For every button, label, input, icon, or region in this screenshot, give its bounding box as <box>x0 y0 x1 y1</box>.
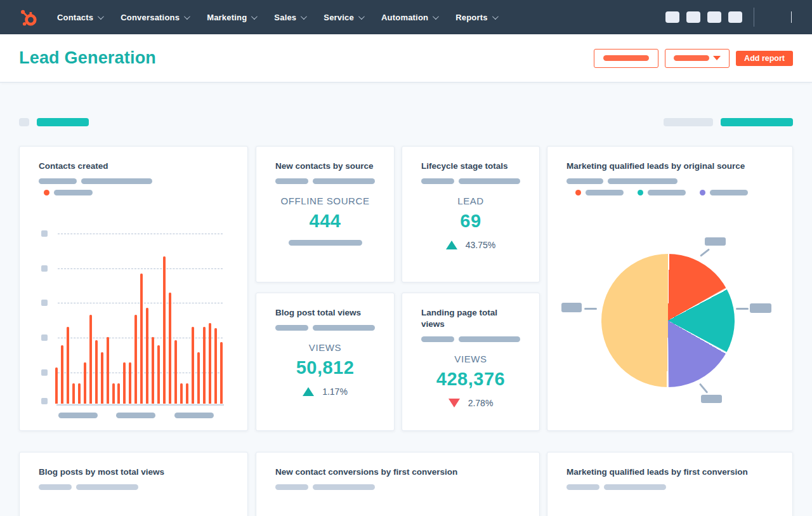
dashboard-filter-right <box>664 118 793 126</box>
bar <box>140 274 143 404</box>
chevron-down-icon <box>433 13 439 20</box>
button-label-placeholder <box>674 55 709 61</box>
placeholder-pill <box>459 178 520 184</box>
nav-utility-icon-placeholder[interactable] <box>728 11 742 23</box>
bar <box>123 362 126 404</box>
bar <box>203 327 206 404</box>
card-blog-posts-by-most-total-views: Blog posts by most total views <box>19 452 248 516</box>
metric-value: 428,376 <box>421 369 520 390</box>
nav-item-label: Service <box>324 13 354 22</box>
bar <box>134 315 137 404</box>
legend-dot-icon <box>700 190 705 195</box>
placeholder-pill <box>81 178 152 184</box>
bar <box>117 383 120 404</box>
metric-label: LEAD <box>421 195 520 206</box>
hubspot-logo-icon[interactable] <box>16 5 41 29</box>
header-action-button-1[interactable] <box>594 49 658 68</box>
chart-legend <box>44 190 228 195</box>
legend-item <box>575 190 624 195</box>
bar <box>214 328 217 404</box>
card-lifecycle-stage-totals: Lifecycle stage totals LEAD 69 43.75% <box>402 146 540 282</box>
bar <box>163 256 166 404</box>
metric-label: VIEWS <box>421 354 520 364</box>
metric-footer-placeholder <box>289 240 362 246</box>
nav-utility-icon-placeholder[interactable] <box>665 11 679 23</box>
nav-item-service[interactable]: Service <box>324 13 363 22</box>
placeholder-pill <box>313 325 375 331</box>
nav-utilities <box>658 8 796 27</box>
metric-delta: 1.17% <box>275 387 375 397</box>
nav-utility-icon-placeholder[interactable] <box>686 11 700 23</box>
nav-utility-icon-placeholder[interactable] <box>707 11 721 23</box>
chart-legend <box>575 190 773 195</box>
pie-callout-label-placeholder <box>561 303 582 312</box>
placeholder-pill <box>275 178 308 184</box>
nav-item-marketing[interactable]: Marketing <box>207 13 256 22</box>
bar <box>72 383 75 404</box>
chevron-down-icon <box>184 13 190 20</box>
filter-placeholder-teal[interactable] <box>37 118 89 126</box>
account-menu-chevron[interactable] <box>791 11 792 23</box>
placeholder-pill <box>421 336 454 342</box>
y-axis-tick-placeholder <box>41 265 48 272</box>
card-subtitle-placeholders <box>566 178 773 184</box>
placeholder-pill <box>421 178 454 184</box>
y-axis-tick-placeholder <box>41 230 48 237</box>
bar <box>192 327 194 404</box>
card-contacts-created: Contacts created <box>19 146 248 431</box>
placeholder-pill <box>275 325 308 331</box>
bar <box>107 337 109 404</box>
button-label-placeholder <box>603 55 649 61</box>
nav-item-reports[interactable]: Reports <box>455 13 497 22</box>
bar <box>101 352 103 404</box>
pie-callout-line <box>700 248 710 256</box>
nav-item-automation[interactable]: Automation <box>381 13 437 22</box>
placeholder-pill <box>566 484 599 490</box>
filter-placeholder-gray[interactable] <box>664 118 713 126</box>
delta-down-icon <box>449 399 460 407</box>
delta-value: 1.17% <box>322 387 348 397</box>
bar <box>180 383 183 404</box>
bar <box>112 383 115 404</box>
bar <box>169 293 171 404</box>
card-subtitle-placeholders <box>421 336 520 342</box>
nav-item-sales[interactable]: Sales <box>274 13 305 22</box>
card-title: Marketing qualified leads by original so… <box>566 161 773 172</box>
card-subtitle-placeholders <box>421 178 520 184</box>
nav-item-contacts[interactable]: Contacts <box>57 13 102 22</box>
card-subtitle-placeholders <box>275 178 375 184</box>
header-actions: Add report <box>594 49 793 68</box>
nav-item-label: Conversations <box>121 13 180 22</box>
chevron-down-icon <box>98 13 104 20</box>
nav-item-label: Sales <box>274 13 296 22</box>
x-axis-label-placeholder <box>58 413 98 418</box>
nav-item-conversations[interactable]: Conversations <box>121 13 188 22</box>
placeholder-pill <box>313 178 375 184</box>
bar <box>146 308 148 404</box>
legend-label-placeholder <box>586 190 624 195</box>
filter-placeholder-gray[interactable] <box>19 118 29 126</box>
dropdown-triangle-icon <box>713 56 721 60</box>
top-navigation-bar: Contacts Conversations Marketing Sales S… <box>0 0 812 34</box>
add-report-button[interactable]: Add report <box>736 51 793 66</box>
card-title: Marketing qualified leads by first conve… <box>566 466 773 478</box>
bar <box>129 362 131 404</box>
bar <box>95 340 98 404</box>
placeholder-pill <box>604 484 666 490</box>
bar <box>55 367 58 404</box>
nav-item-label: Reports <box>455 13 488 22</box>
delta-up-icon <box>446 241 457 249</box>
filter-placeholder-teal[interactable] <box>721 118 793 126</box>
card-blog-post-total-views: Blog post total views VIEWS 50,812 1.17% <box>256 293 395 431</box>
chevron-down-icon <box>492 13 499 20</box>
placeholder-pill <box>39 484 72 490</box>
legend-label-placeholder <box>710 190 748 195</box>
pie-callout-line <box>699 383 709 394</box>
contacts-created-bar-plot <box>55 232 223 404</box>
card-subtitle-placeholders <box>275 325 375 331</box>
metric-label: VIEWS <box>275 342 375 353</box>
delta-value: 2.78% <box>468 398 494 408</box>
nav-item-label: Contacts <box>57 13 93 22</box>
dashboard-filter-left <box>19 118 89 126</box>
header-action-dropdown-button[interactable] <box>665 49 730 68</box>
